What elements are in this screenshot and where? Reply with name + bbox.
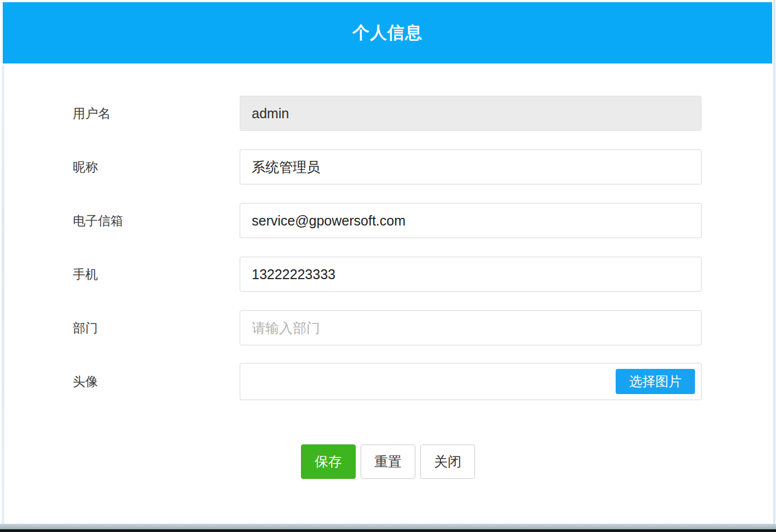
form-row-avatar: 头像 选择图片 bbox=[0, 363, 776, 400]
window-edge-right bbox=[773, 0, 775, 524]
mobile-label: 手机 bbox=[73, 266, 98, 283]
form-row-email: 电子信箱 bbox=[0, 203, 776, 238]
form-row-username: 用户名 bbox=[0, 96, 776, 131]
personal-info-dialog: 个人信息 用户名 昵称 电子信箱 手机 部门 头像 选择图片 保存 重置 关闭 bbox=[0, 0, 776, 532]
save-button[interactable]: 保存 bbox=[301, 444, 356, 479]
window-frame-bottom bbox=[0, 529, 776, 532]
nickname-field[interactable] bbox=[240, 149, 702, 184]
department-field[interactable] bbox=[240, 310, 702, 345]
reset-button[interactable]: 重置 bbox=[361, 444, 415, 479]
window-edge-bottom bbox=[0, 524, 776, 529]
username-field bbox=[240, 96, 702, 131]
window-edge-left bbox=[2, 65, 4, 524]
form-row-nickname: 昵称 bbox=[0, 149, 776, 184]
dialog-actions: 保存 重置 关闭 bbox=[0, 444, 776, 479]
form-row-department: 部门 bbox=[0, 310, 776, 345]
username-label: 用户名 bbox=[73, 105, 111, 122]
avatar-label: 头像 bbox=[73, 373, 98, 390]
mobile-field[interactable] bbox=[240, 257, 702, 292]
nickname-label: 昵称 bbox=[73, 159, 98, 176]
email-field[interactable] bbox=[240, 203, 702, 238]
choose-image-button[interactable]: 选择图片 bbox=[616, 369, 695, 394]
department-label: 部门 bbox=[73, 320, 98, 337]
email-label: 电子信箱 bbox=[73, 212, 123, 229]
dialog-titlebar: 个人信息 bbox=[3, 2, 772, 63]
dialog-title: 个人信息 bbox=[352, 21, 422, 44]
close-button[interactable]: 关闭 bbox=[420, 444, 475, 479]
avatar-input-group: 选择图片 bbox=[240, 363, 702, 400]
form-row-mobile: 手机 bbox=[0, 257, 776, 292]
